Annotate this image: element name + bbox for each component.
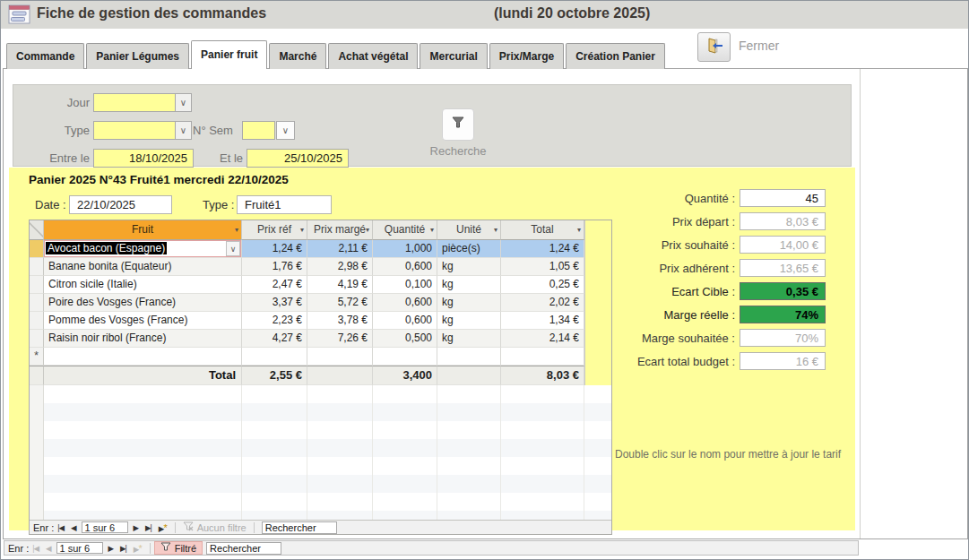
chevron-down-icon[interactable]: ∨ (226, 241, 240, 256)
record-selector[interactable] (30, 276, 44, 294)
select-all-corner[interactable] (30, 220, 44, 240)
filter-arrow-icon[interactable]: ▾ (494, 220, 497, 240)
sem-combobox[interactable] (242, 121, 275, 140)
table-cell[interactable]: kg (437, 276, 501, 294)
table-cell[interactable]: Citron sicile (Italie) (44, 276, 242, 294)
table-cell[interactable]: 0,25 € (501, 276, 584, 294)
date-fin-field[interactable]: 25/10/2025 (247, 149, 349, 168)
column-header-total[interactable]: Total▾ (501, 220, 584, 240)
table-cell[interactable]: 1,76 € (242, 258, 307, 276)
chevron-down-icon[interactable]: ∨ (276, 121, 295, 140)
table-cell[interactable]: kg (437, 330, 501, 348)
table-cell[interactable] (242, 348, 307, 366)
record-position-box[interactable]: 1 sur 6 (56, 542, 103, 554)
table-cell[interactable]: 3,78 € (307, 312, 373, 330)
table-cell[interactable]: kg (437, 258, 501, 276)
table-cell[interactable]: pièce(s) (437, 240, 501, 258)
table-cell[interactable]: 0,500 (373, 330, 437, 348)
table-cell[interactable]: 1,24 € (501, 240, 584, 258)
table-cell[interactable] (501, 348, 584, 366)
record-selector[interactable] (30, 312, 44, 330)
table-cell[interactable]: 2,02 € (501, 294, 584, 312)
table-cell[interactable]: 0,600 (373, 312, 437, 330)
column-header-fruit[interactable]: Fruit▾ (44, 220, 242, 240)
table-cell[interactable]: 5,72 € (307, 294, 373, 312)
column-header-prix-marge[interactable]: Prix margé▾ (307, 220, 373, 240)
quantite-field[interactable]: 45 (740, 189, 826, 207)
tab-commande[interactable]: Commande (6, 43, 84, 69)
table-cell[interactable] (373, 348, 437, 366)
table-cell[interactable]: Banane bonita (Equateur) (44, 258, 242, 276)
tab-panier-legumes[interactable]: Panier Légumes (86, 43, 189, 69)
last-record-button[interactable]: ▶| (142, 523, 155, 532)
last-record-button[interactable]: ▶| (117, 544, 130, 553)
table-cell[interactable] (437, 348, 501, 366)
table-cell[interactable]: 4,19 € (307, 276, 373, 294)
table-cell[interactable]: 1,24 € (242, 240, 307, 258)
tab-prix-marge[interactable]: Prix/Marge (489, 43, 564, 69)
type-field[interactable]: Fruité1 (237, 195, 332, 214)
type-combobox[interactable]: ∨ (93, 121, 192, 140)
date-debut-field[interactable]: 18/10/2025 (93, 149, 194, 168)
ecart-budget-field: 16 € (740, 352, 826, 370)
record-selector[interactable] (30, 294, 44, 312)
table-cell[interactable]: 1,34 € (501, 312, 584, 330)
chevron-down-icon[interactable]: ∨ (175, 122, 191, 139)
record-selector[interactable] (30, 240, 44, 258)
jour-combobox[interactable]: ∨ (93, 93, 192, 112)
new-record-selector[interactable]: * (30, 348, 44, 366)
table-cell[interactable]: kg (437, 312, 501, 330)
table-cell[interactable]: 0,600 (373, 258, 437, 276)
recherche-button[interactable] (442, 108, 474, 141)
table-cell[interactable]: Pomme des Vosges (France) (44, 312, 242, 330)
table-cell[interactable]: kg (437, 294, 501, 312)
table-cell[interactable]: 1,05 € (501, 258, 584, 276)
table-cell[interactable]: 2,14 € (501, 330, 584, 348)
table-cell[interactable]: 3,37 € (242, 294, 307, 312)
first-record-button[interactable]: |◀ (29, 544, 42, 553)
no-filter-indicator[interactable]: Aucun filtre (179, 521, 250, 533)
new-record-button[interactable]: ▶* (130, 543, 146, 554)
table-cell[interactable] (44, 348, 242, 366)
record-position-box[interactable]: 1 sur 6 (82, 521, 128, 533)
tab-marche[interactable]: Marché (269, 43, 326, 69)
new-record-button[interactable]: ▶* (155, 522, 171, 533)
tab-panier-fruit[interactable]: Panier fruit (191, 40, 267, 69)
filter-arrow-icon[interactable]: ▾ (430, 220, 434, 240)
first-record-button[interactable]: |◀ (54, 523, 67, 532)
table-cell[interactable]: 0,600 (373, 294, 437, 312)
column-header-unite[interactable]: Unité▾ (437, 220, 501, 240)
next-record-button[interactable]: ▶ (105, 544, 117, 553)
record-selector[interactable] (30, 258, 44, 276)
column-header-quantite[interactable]: Quantité▾ (373, 220, 437, 240)
table-cell[interactable]: 2,47 € (242, 276, 307, 294)
date-field[interactable]: 22/10/2025 (69, 195, 172, 214)
table-cell[interactable]: 2,23 € (242, 312, 307, 330)
filter-arrow-icon[interactable]: ▾ (300, 220, 304, 240)
table-cell[interactable]: 1,000 (373, 240, 437, 258)
tab-mercurial[interactable]: Mercurial (420, 43, 487, 69)
next-record-button[interactable]: ▶ (130, 523, 143, 532)
fermer-button[interactable] (697, 32, 731, 62)
column-header-prix-ref[interactable]: Prix réf▾ (242, 220, 307, 240)
tab-achat-vegetal[interactable]: Achat végétal (328, 43, 418, 69)
fruit-combo-cell[interactable]: Avocat bacon (Espagne)∨ (44, 240, 242, 258)
table-cell[interactable]: 2,98 € (307, 258, 373, 276)
subform-search-input[interactable]: Rechercher (262, 521, 337, 534)
filter-arrow-icon[interactable]: ▾ (235, 220, 238, 240)
previous-record-button[interactable]: ◀ (42, 544, 55, 553)
filtered-indicator[interactable]: Filtré (154, 541, 203, 555)
record-selector[interactable] (30, 330, 44, 348)
tab-creation-panier[interactable]: Création Panier (566, 43, 665, 69)
table-cell[interactable]: Poire des Vosges (France) (44, 294, 242, 312)
previous-record-button[interactable]: ◀ (67, 523, 80, 532)
filter-arrow-icon[interactable]: ▾ (366, 220, 369, 240)
table-cell[interactable]: Raisin noir ribol (France) (44, 330, 242, 348)
table-cell[interactable]: 4,27 € (242, 330, 307, 348)
table-cell[interactable]: 7,26 € (307, 330, 373, 348)
table-cell[interactable]: 0,100 (373, 276, 437, 294)
table-cell[interactable]: 2,11 € (307, 240, 373, 258)
chevron-down-icon[interactable]: ∨ (175, 94, 191, 111)
table-cell[interactable] (307, 348, 373, 366)
form-search-input[interactable]: Rechercher (206, 542, 281, 555)
